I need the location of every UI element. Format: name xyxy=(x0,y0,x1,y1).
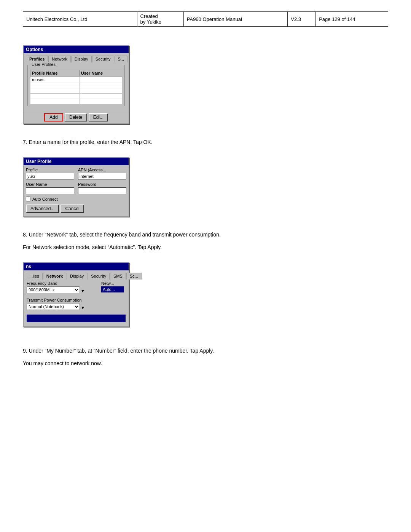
user-profile-dialog-container: User Profile Profile APN (Access... User… xyxy=(23,157,129,217)
instruction-7: 7. Enter a name for this profile, enter … xyxy=(23,138,388,146)
network-tab-row: ...iles Network Display Security SMS Sc.… xyxy=(26,273,126,280)
freq-dropdown-icon[interactable]: ▼ xyxy=(81,289,85,293)
form-col-apn: APN (Access... xyxy=(78,168,126,180)
company-cell: Unitech Electronics Co., Ltd xyxy=(23,12,137,27)
profile-name-cell: moses xyxy=(30,77,80,83)
network-body: ...iles Network Display Security SMS Sc.… xyxy=(24,270,129,326)
tab-sc[interactable]: Sc... xyxy=(126,273,142,280)
page-cell: Page 129 of 144 xyxy=(316,12,388,27)
network-cols: Frequency Band 900/1800MHz ▼ Transmit Po… xyxy=(27,281,126,312)
options-body: Profiles Network Display Security S... U… xyxy=(24,53,129,111)
network-right: Netw... Auto... xyxy=(99,281,126,312)
col-profile-name: Profile Name xyxy=(30,70,80,77)
network-titlebar: ns xyxy=(24,263,129,270)
header-table: Unitech Electronics Co., Ltd Created by … xyxy=(23,11,388,27)
auto-connect-label: Auto Connect xyxy=(32,197,58,201)
tab-network2[interactable]: Network xyxy=(43,273,66,280)
options-dialog: Options Profiles Network Display Securit… xyxy=(23,45,129,124)
tab-other[interactable]: S... xyxy=(115,56,128,62)
created-cell: Created by Yukiko xyxy=(137,12,183,27)
table-row-empty2 xyxy=(30,88,122,94)
options-dialog-container: Options Profiles Network Display Securit… xyxy=(23,45,129,124)
network-left: Frequency Band 900/1800MHz ▼ Transmit Po… xyxy=(27,281,99,312)
profile-label: Profile xyxy=(26,168,74,172)
freq-select-row: 900/1800MHz ▼ xyxy=(27,286,99,296)
network-bottom-bar xyxy=(27,315,126,322)
net-right-value: Auto... xyxy=(101,286,124,292)
options-tab-row: Profiles Network Display Security S... xyxy=(26,56,126,62)
freq-label: Frequency Band xyxy=(27,281,99,286)
auto-connect-row: Auto Connect xyxy=(26,197,126,201)
delete-button[interactable]: Delete xyxy=(65,113,87,121)
add-button[interactable]: Add xyxy=(44,113,63,121)
network-dialog: ns ...iles Network Display Security SMS … xyxy=(23,262,129,327)
power-select-row: Normal (Notebook) ▼ xyxy=(27,303,99,312)
password-input[interactable] xyxy=(78,187,126,194)
table-row-empty1 xyxy=(30,83,122,88)
profile-input[interactable] xyxy=(26,173,74,180)
user-profile-btn-row: Advanced... Cancel xyxy=(26,203,126,214)
page-wrapper: Unitech Electronics Co., Ltd Created by … xyxy=(0,0,411,532)
power-label: Transmit Power Consumption xyxy=(27,298,99,302)
net-right-label: Netw... xyxy=(101,281,126,286)
profile-table: Profile Name User Name moses xyxy=(30,70,122,104)
form-col-password: Password xyxy=(78,182,126,194)
options-btn-row: Add Delete Edi... xyxy=(24,111,129,123)
tab-display[interactable]: Display xyxy=(71,56,92,62)
tab-security2[interactable]: Security xyxy=(88,273,110,280)
user-profile-dialog: User Profile Profile APN (Access... User… xyxy=(23,157,129,217)
user-profiles-group: User Profiles Profile Name User Name mos… xyxy=(27,65,125,106)
user-name-cell xyxy=(79,77,122,83)
tab-profiles[interactable]: Profiles xyxy=(26,56,48,62)
instruction-9-line1: 9. Under “My Number” tab, at “Number” fi… xyxy=(23,347,388,355)
instruction-8-line1: 8. Under “Network” tab, select the frequ… xyxy=(23,230,388,239)
tab-files[interactable]: ...iles xyxy=(26,273,43,280)
edit-button[interactable]: Edi... xyxy=(89,113,108,121)
form-row-1: Profile APN (Access... xyxy=(26,168,126,180)
version-cell: V2.3 xyxy=(288,12,316,27)
tab-network[interactable]: Network xyxy=(48,56,70,62)
instruction-8-line2: For Network selection mode, select “Auto… xyxy=(23,243,388,251)
product-cell: PA960 Operation Manual xyxy=(183,12,288,27)
apn-input[interactable] xyxy=(78,173,126,180)
group-label: User Profiles xyxy=(31,62,56,67)
table-row-empty3 xyxy=(30,94,122,99)
form-col-profile: Profile xyxy=(26,168,74,180)
cancel-button[interactable]: Cancel xyxy=(61,204,84,213)
username-input[interactable] xyxy=(26,187,74,194)
tab-security[interactable]: Security xyxy=(92,56,114,62)
form-row-2: User Name Password xyxy=(26,182,126,194)
created-label: Created xyxy=(140,13,158,19)
password-label: Password xyxy=(78,182,126,187)
table-row[interactable]: moses xyxy=(30,77,122,83)
power-dropdown-icon[interactable]: ▼ xyxy=(81,305,85,310)
username-label: User Name xyxy=(26,182,74,187)
apn-label: APN (Access... xyxy=(78,168,126,172)
col-user-name: User Name xyxy=(79,70,122,77)
table-row-empty4 xyxy=(30,99,122,104)
tab-sms[interactable]: SMS xyxy=(110,273,126,280)
instruction-9-line2: You may connect to network now. xyxy=(23,359,388,367)
advanced-button[interactable]: Advanced... xyxy=(26,204,59,213)
freq-select[interactable]: 900/1800MHz xyxy=(27,286,80,293)
created-by: by Yukiko xyxy=(140,19,161,25)
form-col-username: User Name xyxy=(26,182,74,194)
power-select[interactable]: Normal (Notebook) xyxy=(27,303,80,310)
tab-display2[interactable]: Display xyxy=(67,273,87,280)
auto-connect-checkbox[interactable] xyxy=(26,197,31,201)
options-titlebar: Options xyxy=(24,46,129,53)
network-dialog-container: ns ...iles Network Display Security SMS … xyxy=(23,262,129,327)
user-profile-titlebar: User Profile xyxy=(24,158,129,165)
user-profile-body: Profile APN (Access... User Name Passwor… xyxy=(24,165,129,216)
network-form: Frequency Band 900/1800MHz ▼ Transmit Po… xyxy=(26,280,126,324)
